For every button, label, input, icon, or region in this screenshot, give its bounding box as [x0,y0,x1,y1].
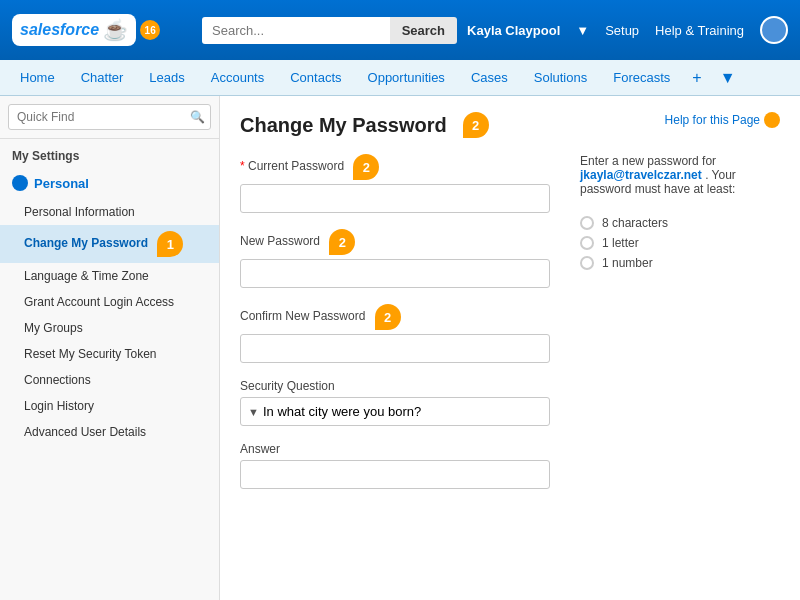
balloon-marker-2a: 2 [353,154,379,180]
dropdown-arrow[interactable]: ▼ [576,23,589,38]
security-question-group: Security Question ▼ In what city were yo… [240,379,550,426]
requirement-1-number: 1 number [580,256,780,270]
sidebar-item-connections[interactable]: Connections [0,367,219,393]
sidebar-group-personal[interactable]: Personal [0,167,219,199]
form-columns: * Current Password 2 New Password 2 [240,154,780,505]
quick-find-wrap: 🔍 [0,96,219,139]
sidebar-item-security-token[interactable]: Reset My Security Token [0,341,219,367]
sidebar: 🔍 My Settings Personal Personal Informat… [0,96,220,600]
radio-1-number [580,256,594,270]
sidebar-section-title: My Settings [0,139,219,167]
new-password-input[interactable] [240,259,550,288]
quick-find-container: 🔍 [8,104,211,130]
search-input[interactable] [202,17,390,44]
search-button[interactable]: Search [390,17,457,44]
nav-leads[interactable]: Leads [137,64,196,91]
nav-more[interactable]: ▼ [712,65,744,91]
sidebar-group-label: Personal [34,176,89,191]
salesforce-text: salesforce [20,21,99,39]
new-password-group: New Password 2 [240,229,550,288]
requirement-1-letter: 1 letter [580,236,780,250]
answer-label: Answer [240,442,550,456]
current-password-input[interactable] [240,184,550,213]
top-bar: salesforce ☕ 16 Search Kayla Claypool ▼ … [0,0,800,60]
top-nav-right: Kayla Claypool ▼ Setup Help & Training [467,16,788,44]
balloon-marker-2-title: 2 [463,112,489,138]
sidebar-item-login-history[interactable]: Login History [0,393,219,419]
person-icon [12,175,28,191]
sidebar-item-change-password[interactable]: Change My Password 1 [0,225,219,263]
confirm-password-group: Confirm New Password 2 [240,304,550,363]
sidebar-item-personal-info[interactable]: Personal Information [0,199,219,225]
main-content: Change My Password 2 Help for this Page … [220,96,800,600]
current-password-label: * Current Password 2 [240,154,550,180]
help-icon [764,112,780,128]
nav-cases[interactable]: Cases [459,64,520,91]
avatar[interactable] [760,16,788,44]
new-password-label: New Password 2 [240,229,550,255]
security-question-label: Security Question [240,379,550,393]
logo-area: salesforce ☕ 16 [12,14,172,46]
balloon-marker-1: 1 [157,231,183,257]
nav-accounts[interactable]: Accounts [199,64,276,91]
search-icon: 🔍 [190,110,205,124]
form-left: * Current Password 2 New Password 2 [240,154,550,505]
main-nav: Home Chatter Leads Accounts Contacts Opp… [0,60,800,96]
sidebar-item-advanced-user[interactable]: Advanced User Details [0,419,219,445]
sidebar-item-my-groups[interactable]: My Groups [0,315,219,341]
page-header: Change My Password 2 Help for this Page [240,112,780,138]
sidebar-item-language[interactable]: Language & Time Zone [0,263,219,289]
badge-16: 16 [140,20,160,40]
info-email: jkayla@travelczar.net [580,168,702,182]
balloon-marker-2b: 2 [329,229,355,255]
current-password-group: * Current Password 2 [240,154,550,213]
help-training-link[interactable]: Help & Training [655,23,744,38]
requirement-8-chars: 8 characters [580,216,780,230]
security-question-select[interactable]: In what city were you born? [240,397,550,426]
form-right: Enter a new password for jkayla@travelcz… [580,154,780,505]
help-for-page-label: Help for this Page [665,113,760,127]
balloon-marker-2c: 2 [375,304,401,330]
nav-home[interactable]: Home [8,64,67,91]
answer-input[interactable] [240,460,550,489]
nav-forecasts[interactable]: Forecasts [601,64,682,91]
salesforce-logo: salesforce ☕ [12,14,136,46]
nav-solutions[interactable]: Solutions [522,64,599,91]
setup-link[interactable]: Setup [605,23,639,38]
security-question-wrap: ▼ In what city were you born? [240,397,550,426]
nav-opportunities[interactable]: Opportunities [356,64,457,91]
content-wrapper: 🔍 My Settings Personal Personal Informat… [0,96,800,600]
cloud-icon: ☕ [103,18,128,42]
confirm-password-label: Confirm New Password 2 [240,304,550,330]
nav-add[interactable]: + [684,65,709,91]
radio-8-chars [580,216,594,230]
answer-group: Answer [240,442,550,489]
quick-find-input[interactable] [8,104,211,130]
sidebar-item-grant-access[interactable]: Grant Account Login Access [0,289,219,315]
radio-1-letter [580,236,594,250]
user-name[interactable]: Kayla Claypool [467,23,560,38]
nav-chatter[interactable]: Chatter [69,64,136,91]
help-for-page-link[interactable]: Help for this Page [665,112,780,128]
search-area: Search [202,17,457,44]
page-title: Change My Password [240,114,447,137]
nav-contacts[interactable]: Contacts [278,64,353,91]
confirm-password-input[interactable] [240,334,550,363]
page-title-area: Change My Password 2 [240,112,489,138]
info-text: Enter a new password for jkayla@travelcz… [580,154,780,196]
required-star: * [240,159,245,173]
